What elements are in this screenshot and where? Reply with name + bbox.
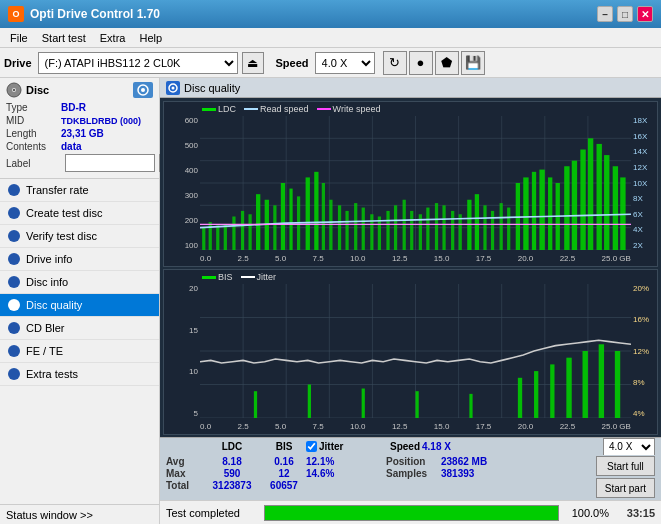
titlebar-left: O Opti Drive Control 1.70: [8, 6, 160, 22]
disc-header-title: Disc: [26, 84, 49, 96]
nav-label-transfer-rate: Transfer rate: [26, 184, 89, 196]
sidebar-item-drive-info[interactable]: Drive info: [0, 248, 159, 271]
disc-quality-title: Disc quality: [184, 82, 240, 94]
svg-rect-101: [615, 351, 620, 418]
nav-icon-create-test-disc: [8, 207, 20, 219]
svg-rect-52: [426, 208, 429, 250]
svg-rect-67: [548, 177, 552, 250]
svg-rect-92: [362, 389, 365, 418]
svg-rect-28: [232, 217, 235, 251]
sidebar-item-disc-quality[interactable]: Disc quality: [0, 294, 159, 317]
svg-rect-91: [308, 385, 311, 419]
samples-value: 381393: [441, 468, 474, 479]
svg-rect-56: [459, 214, 462, 250]
start-full-button[interactable]: Start full: [596, 456, 655, 476]
menu-extra[interactable]: Extra: [94, 30, 132, 46]
speed-select[interactable]: 4.0 X: [315, 52, 375, 74]
disc-panel-icon: [133, 82, 153, 98]
status-window-button[interactable]: Status window >>: [0, 504, 159, 524]
svg-point-2: [13, 89, 15, 91]
lock-button[interactable]: ⬟: [435, 51, 459, 75]
nav-label-create-test-disc: Create test disc: [26, 207, 102, 219]
nav-icon-verify-test-disc: [8, 230, 20, 242]
refresh-button[interactable]: ↻: [383, 51, 407, 75]
svg-rect-27: [224, 224, 227, 250]
svg-rect-97: [550, 364, 554, 418]
content-area: Disc quality LDC Read speed: [160, 78, 661, 524]
svg-rect-24: [202, 228, 205, 250]
svg-rect-70: [572, 161, 577, 250]
svg-rect-41: [338, 205, 341, 250]
sidebar-item-fe-te[interactable]: FE / TE: [0, 340, 159, 363]
svg-rect-30: [248, 214, 251, 250]
svg-rect-53: [435, 203, 438, 250]
nav-icon-drive-info: [8, 253, 20, 265]
disc-contents-value: data: [61, 141, 82, 152]
nav-label-drive-info: Drive info: [26, 253, 72, 265]
svg-rect-98: [566, 358, 571, 418]
svg-rect-29: [241, 211, 244, 250]
drive-select[interactable]: (F:) ATAPI iHBS112 2 CL0K: [38, 52, 238, 74]
disc-button[interactable]: ●: [409, 51, 433, 75]
progress-area: Test completed 100.0% 33:15: [160, 500, 661, 524]
close-button[interactable]: ✕: [637, 6, 653, 22]
svg-rect-54: [442, 205, 445, 250]
app-title: Opti Drive Control 1.70: [30, 7, 160, 21]
svg-rect-39: [322, 183, 325, 250]
save-drive-button[interactable]: 💾: [461, 51, 485, 75]
speed-label: Speed: [276, 57, 309, 69]
progress-percent: 100.0%: [567, 507, 609, 519]
sidebar-item-create-test-disc[interactable]: Create test disc: [0, 202, 159, 225]
eject-button[interactable]: ⏏: [242, 52, 264, 74]
progress-bar: [264, 505, 559, 521]
nav-label-verify-test-disc: Verify test disc: [26, 230, 97, 242]
svg-rect-72: [588, 138, 593, 250]
menu-help[interactable]: Help: [133, 30, 168, 46]
legend-write-speed-item: Write speed: [317, 104, 381, 114]
legend-ldc-item: LDC: [202, 104, 236, 114]
svg-rect-47: [386, 211, 389, 250]
disc-panel: Disc Type BD-R MID TDKBLDRBD (000) Lengt…: [0, 78, 159, 179]
sidebar-item-extra-tests[interactable]: Extra tests: [0, 363, 159, 386]
sidebar-item-disc-info[interactable]: Disc info: [0, 271, 159, 294]
avg-bis-value: 0.16: [262, 456, 306, 467]
svg-rect-42: [345, 211, 348, 250]
total-bis-value: 60657: [262, 480, 306, 491]
jitter-checkbox[interactable]: [306, 441, 317, 452]
progress-bar-fill: [265, 506, 558, 520]
minimize-button[interactable]: –: [597, 6, 613, 22]
app-icon: O: [8, 6, 24, 22]
disc-length-label: Length: [6, 128, 61, 139]
col-header-ldc: LDC: [202, 441, 262, 452]
status-completed-text: Test completed: [166, 507, 256, 519]
svg-rect-69: [564, 166, 569, 250]
maximize-button[interactable]: □: [617, 6, 633, 22]
disc-type-value: BD-R: [61, 102, 86, 113]
disc-type-row: Type BD-R: [6, 102, 153, 113]
disc-length-row: Length 23,31 GB: [6, 128, 153, 139]
menu-file[interactable]: File: [4, 30, 34, 46]
sidebar-item-transfer-rate[interactable]: Transfer rate: [0, 179, 159, 202]
total-ldc-value: 3123873: [202, 480, 262, 491]
menu-start-test[interactable]: Start test: [36, 30, 92, 46]
titlebar-buttons: – □ ✕: [597, 6, 653, 22]
start-part-button[interactable]: Start part: [596, 478, 655, 498]
max-label: Max: [166, 468, 202, 479]
titlebar: O Opti Drive Control 1.70 – □ ✕: [0, 0, 661, 28]
sidebar-item-cd-bler[interactable]: CD Bler: [0, 317, 159, 340]
chart1-svg: [200, 116, 631, 250]
disc-label-input[interactable]: [65, 154, 155, 172]
svg-rect-99: [583, 351, 588, 418]
start-buttons: Start full Start part: [596, 456, 655, 498]
disc-quality-icon: [166, 81, 180, 95]
disc-label-label: Label: [6, 158, 61, 169]
sidebar-item-verify-test-disc[interactable]: Verify test disc: [0, 225, 159, 248]
disc-icon: [6, 82, 22, 98]
svg-rect-100: [599, 344, 604, 418]
svg-rect-34: [281, 183, 285, 250]
nav-label-fe-te: FE / TE: [26, 345, 63, 357]
drivebar-icons: ↻ ● ⬟ 💾: [383, 51, 485, 75]
col-header-speed: Speed: [390, 441, 420, 452]
speed-quality-select[interactable]: 4.0 X: [603, 438, 655, 456]
disc-label-row: Label ⚙: [6, 154, 153, 172]
